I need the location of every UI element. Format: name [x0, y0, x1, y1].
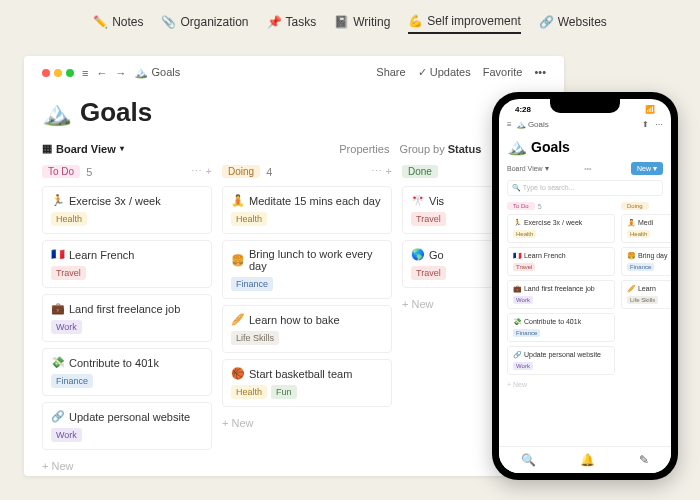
- phone-more-icon[interactable]: ⋯: [655, 120, 663, 129]
- phone-card[interactable]: 🧘 MediHealth: [621, 214, 671, 243]
- column-label: Done: [402, 165, 438, 178]
- phone-card-title: 🏃 Exercise 3x / week: [513, 219, 609, 227]
- forward-button[interactable]: →: [115, 67, 126, 79]
- card-title: 🏀Start basketball team: [231, 367, 383, 380]
- phone-card[interactable]: 🥖 LearnLife Skills: [621, 280, 671, 309]
- tab-icon: ✏️: [93, 15, 108, 29]
- more-button[interactable]: •••: [534, 66, 546, 79]
- tab-label: Tasks: [286, 15, 317, 29]
- tab-icon: 📎: [161, 15, 176, 29]
- tab-writing[interactable]: 📓Writing: [334, 14, 390, 34]
- page-title: Goals: [80, 97, 152, 128]
- nav-compose-icon[interactable]: ✎: [639, 453, 649, 467]
- phone-nav: 🔍 🔔 ✎: [499, 446, 671, 473]
- phone-tag-badge: Finance: [513, 329, 540, 337]
- column-more-icon[interactable]: ⋯: [191, 165, 202, 178]
- share-button[interactable]: Share: [376, 66, 405, 79]
- tag-badge: Life Skills: [231, 331, 279, 345]
- phone-screen: 4:28 📶 ≡ 🏔️ Goals ⬆ ⋯ 🏔️ Goals Board Vie…: [499, 99, 671, 473]
- nav-notif-icon[interactable]: 🔔: [580, 453, 595, 467]
- phone-card[interactable]: 🍔 Bring dayFinance: [621, 247, 671, 276]
- phone-tag-badge: Work: [513, 362, 533, 370]
- properties-button[interactable]: Properties: [339, 143, 389, 155]
- card[interactable]: 💼Land first freelance jobWork: [42, 294, 212, 342]
- phone-view-selector[interactable]: Board View ▾: [507, 164, 549, 173]
- view-selector[interactable]: ▦ Board View ▾: [42, 142, 124, 155]
- tag-badge: Work: [51, 320, 82, 334]
- card-icon: 💼: [51, 302, 65, 315]
- card[interactable]: 🏀Start basketball teamHealthFun: [222, 359, 392, 407]
- chevron-down-icon: ▾: [120, 144, 124, 153]
- column-more-icon[interactable]: ⋯: [371, 165, 382, 178]
- tab-self-improvement[interactable]: 💪Self improvement: [408, 14, 520, 34]
- menu-icon[interactable]: ≡: [82, 67, 88, 79]
- card-title: 🏃Exercise 3x / week: [51, 194, 203, 207]
- new-card-button[interactable]: + New: [222, 413, 392, 433]
- phone-card-title: 🥖 Learn: [627, 285, 668, 293]
- phone-view-more[interactable]: •••: [584, 165, 591, 172]
- phone-breadcrumb[interactable]: 🏔️ Goals: [516, 120, 549, 129]
- phone-card-title: 🧘 Medi: [627, 219, 668, 227]
- tab-tasks[interactable]: 📌Tasks: [267, 14, 317, 34]
- phone-card-title: 🇫🇷 Learn French: [513, 252, 609, 260]
- card[interactable]: 🇫🇷Learn FrenchTravel: [42, 240, 212, 288]
- phone-card[interactable]: 💸 Contribute to 401kFinance: [507, 313, 615, 342]
- phone-column-header: Doing: [621, 202, 671, 210]
- card-title: 🔗Update personal website: [51, 410, 203, 423]
- phone-card-title: 💸 Contribute to 401k: [513, 318, 609, 326]
- column-count: 4: [266, 166, 272, 178]
- phone-new-button[interactable]: New ▾: [631, 162, 663, 175]
- groupby-button[interactable]: Group by Status: [399, 143, 481, 155]
- tab-notes[interactable]: ✏️Notes: [93, 14, 143, 34]
- tab-icon: 🔗: [539, 15, 554, 29]
- board: To Do5⋯+🏃Exercise 3x / weekHealth🇫🇷Learn…: [42, 165, 546, 476]
- phone-card[interactable]: 🇫🇷 Learn FrenchTravel: [507, 247, 615, 276]
- tab-label: Notes: [112, 15, 143, 29]
- phone-share-icon[interactable]: ⬆: [642, 120, 649, 129]
- card[interactable]: 🥖Learn how to bakeLife Skills: [222, 305, 392, 353]
- back-button[interactable]: ←: [96, 67, 107, 79]
- card[interactable]: 💸Contribute to 401kFinance: [42, 348, 212, 396]
- tab-websites[interactable]: 🔗Websites: [539, 14, 607, 34]
- phone-new-card[interactable]: + New: [507, 379, 615, 390]
- phone-search-input[interactable]: 🔍 Type to search...: [507, 180, 663, 196]
- tag-badge: Travel: [411, 266, 446, 280]
- tab-label: Self improvement: [427, 14, 520, 28]
- phone-view-row: Board View ▾ ••• New ▾: [507, 162, 663, 175]
- tab-organization[interactable]: 📎Organization: [161, 14, 248, 34]
- tab-label: Organization: [180, 15, 248, 29]
- nav-search-icon[interactable]: 🔍: [521, 453, 536, 467]
- max-dot[interactable]: [66, 69, 74, 77]
- phone-card[interactable]: 💼 Land first freelance jobWork: [507, 280, 615, 309]
- close-dot[interactable]: [42, 69, 50, 77]
- updates-button[interactable]: ✓ Updates: [418, 66, 471, 79]
- phone-time: 4:28: [515, 105, 531, 114]
- page-emoji: 🏔️: [42, 99, 72, 127]
- phone-title-row: 🏔️ Goals: [507, 137, 663, 156]
- card-icon: 🌎: [411, 248, 425, 261]
- breadcrumb[interactable]: 🏔️ Goals: [134, 66, 180, 79]
- tag-badge: Travel: [411, 212, 446, 226]
- phone-menu-icon[interactable]: ≡: [507, 120, 512, 129]
- column-add-icon[interactable]: +: [386, 165, 392, 178]
- tab-icon: 📓: [334, 15, 349, 29]
- card-icon: 🍔: [231, 254, 245, 267]
- column-add-icon[interactable]: +: [206, 165, 212, 178]
- card[interactable]: 🧘Meditate 15 mins each dayHealth: [222, 186, 392, 234]
- min-dot[interactable]: [54, 69, 62, 77]
- traffic-lights[interactable]: [42, 69, 74, 77]
- card[interactable]: 🔗Update personal websiteWork: [42, 402, 212, 450]
- card[interactable]: 🏃Exercise 3x / weekHealth: [42, 186, 212, 234]
- category-tabs: ✏️Notes📎Organization📌Tasks📓Writing💪Self …: [0, 0, 700, 44]
- column-header: Doing4⋯+: [222, 165, 392, 178]
- page-title-row: 🏔️ Goals: [42, 97, 546, 128]
- phone-notch: [550, 99, 620, 113]
- phone-card[interactable]: 🔗 Update personal websiteWork: [507, 346, 615, 375]
- phone-card[interactable]: 🏃 Exercise 3x / weekHealth: [507, 214, 615, 243]
- card[interactable]: 🍔Bring lunch to work every dayFinance: [222, 240, 392, 299]
- favorite-button[interactable]: Favorite: [483, 66, 523, 79]
- tag-badge: Finance: [51, 374, 93, 388]
- card-icon: 🎌: [411, 194, 425, 207]
- new-card-button[interactable]: + New: [42, 456, 212, 476]
- tag-badge: Health: [231, 385, 267, 399]
